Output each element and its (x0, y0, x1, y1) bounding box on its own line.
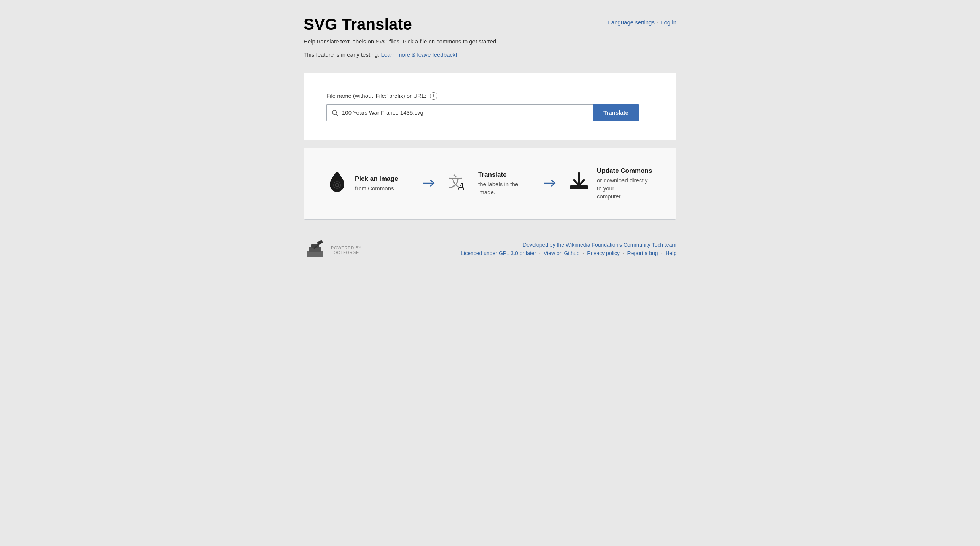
powered-by-line1: Powered by (331, 246, 361, 250)
step-arrow-1 (411, 177, 448, 190)
download-icon (569, 172, 589, 195)
step-arrow-2 (532, 177, 569, 190)
footer-logo: Powered by Toolforge (304, 239, 361, 262)
powered-by-text: Powered by Toolforge (331, 246, 361, 255)
step-translate-title: Translate (478, 171, 532, 179)
page-title: SVG Translate (304, 15, 498, 34)
privacy-policy-link[interactable]: Privacy policy (587, 250, 620, 256)
svg-text:A: A (457, 180, 465, 192)
svg-point-4 (336, 184, 338, 186)
step-pick: Pick an image from Commons. (327, 171, 411, 196)
step-pick-desc: from Commons. (355, 184, 398, 192)
search-input[interactable] (342, 109, 588, 116)
help-link[interactable]: Help (665, 250, 676, 256)
steps-card: Pick an image from Commons. 文 A Trans (304, 148, 676, 220)
footer-sep-2: · (581, 250, 586, 256)
nav-separator: · (657, 19, 659, 26)
feedback-static-text: This feature is in early testing. (304, 51, 379, 58)
footer-links: Developed by the Wikimedia Foundation's … (461, 242, 676, 259)
search-row: Translate (326, 104, 654, 121)
translate-button[interactable]: Translate (593, 104, 639, 121)
report-bug-link[interactable]: Report a bug (627, 250, 658, 256)
feedback-link[interactable]: Learn more & leave feedback! (381, 51, 457, 58)
svg-rect-11 (307, 251, 323, 257)
wikimedia-credit-link[interactable]: Developed by the Wikimedia Foundation's … (523, 242, 676, 248)
step-pick-text: Pick an image from Commons. (355, 175, 398, 192)
info-icon[interactable]: ℹ (430, 92, 438, 100)
step-translate-desc: the labels in the image. (478, 180, 532, 196)
subtitle: Help translate text labels on SVG files.… (304, 37, 498, 46)
svg-line-1 (336, 114, 337, 115)
step-translate: 文 A Translate the labels in the image. (448, 171, 532, 196)
step-update-title: Update Commons (597, 167, 653, 175)
toolforge-logo-icon (304, 239, 326, 262)
step-pick-title: Pick an image (355, 175, 398, 183)
search-input-wrapper (326, 104, 593, 121)
log-in-link[interactable]: Log in (661, 19, 676, 26)
feedback-line: This feature is in early testing. Learn … (304, 51, 498, 58)
file-label-row: File name (without 'File:' prefix) or UR… (326, 92, 654, 100)
footer-links-row1: Developed by the Wikimedia Foundation's … (461, 242, 676, 248)
footer-links-row2: Licenced under GPL 3.0 or later · View o… (461, 250, 676, 256)
search-icon (331, 109, 338, 116)
github-link[interactable]: View on Github (544, 250, 580, 256)
header-left: SVG Translate Help translate text labels… (304, 15, 498, 58)
header-nav: Language settings · Log in (608, 15, 676, 26)
step-translate-text: Translate the labels in the image. (478, 171, 532, 196)
license-link[interactable]: Licenced under GPL 3.0 or later (461, 250, 536, 256)
footer-sep-3: · (621, 250, 626, 256)
file-label: File name (without 'File:' prefix) or UR… (326, 93, 426, 99)
step-update: Update Commons or download directly to y… (569, 167, 653, 200)
footer: Powered by Toolforge Developed by the Wi… (304, 235, 676, 265)
step-update-desc: or download directly to yourcomputer. (597, 176, 653, 200)
step-update-text: Update Commons or download directly to y… (597, 167, 653, 200)
search-card: File name (without 'File:' prefix) or UR… (304, 73, 676, 140)
footer-sep-1: · (538, 250, 542, 256)
powered-by-line2: Toolforge (331, 250, 361, 255)
translate-icon: 文 A (448, 172, 471, 195)
footer-sep-4: · (659, 250, 664, 256)
language-settings-link[interactable]: Language settings (608, 19, 655, 26)
info-icon-char: ℹ (433, 93, 435, 99)
header: SVG Translate Help translate text labels… (304, 15, 676, 58)
commons-icon (327, 171, 347, 196)
